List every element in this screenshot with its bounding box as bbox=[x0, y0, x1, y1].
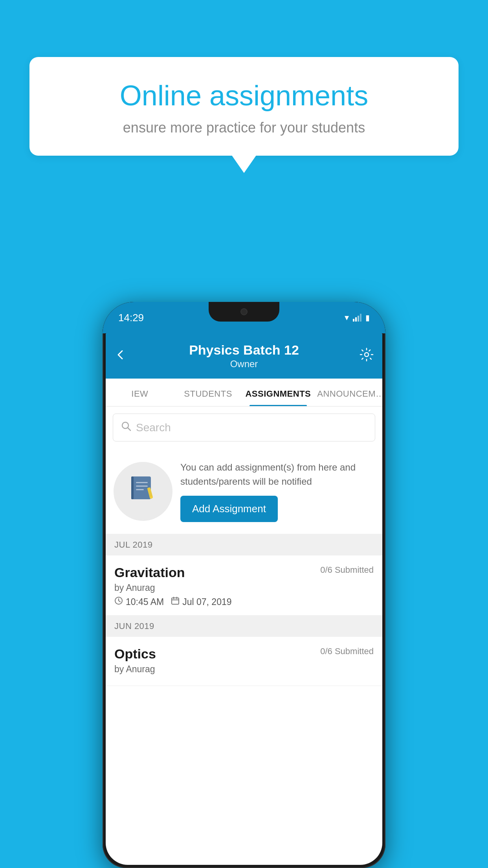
time-meta: 10:45 AM bbox=[114, 596, 164, 607]
speech-bubble-container: Online assignments ensure more practice … bbox=[29, 57, 459, 156]
header-title: Physics Batch 12 bbox=[189, 342, 299, 358]
phone-frame: 14:29 ▾ ▮ Physics Batch 12 Owner bbox=[103, 302, 385, 868]
header-center: Physics Batch 12 Owner bbox=[189, 342, 299, 370]
status-icons: ▾ ▮ bbox=[345, 313, 370, 323]
search-bar[interactable]: Search bbox=[113, 414, 375, 441]
section-header-jun: JUN 2019 bbox=[106, 616, 382, 637]
tab-overview[interactable]: IEW bbox=[106, 379, 174, 406]
assignment-top-row-optics: Optics 0/6 Submitted bbox=[114, 646, 374, 662]
calendar-icon bbox=[171, 596, 180, 607]
search-container: Search bbox=[106, 406, 382, 449]
app-header: Physics Batch 12 Owner bbox=[106, 333, 382, 379]
svg-point-0 bbox=[365, 353, 369, 357]
header-subtitle: Owner bbox=[189, 359, 299, 370]
status-time: 14:29 bbox=[118, 312, 144, 324]
submitted-badge: 0/6 Submitted bbox=[320, 565, 374, 575]
intro-description: You can add assignment(s) from here and … bbox=[180, 460, 374, 489]
assignment-item-gravitation[interactable]: Gravitation 0/6 Submitted by Anurag 10:4… bbox=[106, 555, 382, 616]
assignment-meta: 10:45 AM Jul 07, 2019 bbox=[114, 596, 374, 607]
assignment-by: by Anurag bbox=[114, 583, 374, 593]
tab-students[interactable]: STUDENTS bbox=[174, 379, 242, 406]
svg-rect-4 bbox=[131, 476, 134, 499]
assignment-name-optics: Optics bbox=[114, 646, 156, 662]
submitted-badge-optics: 0/6 Submitted bbox=[320, 646, 374, 657]
notch bbox=[209, 302, 279, 322]
notebook-icon bbox=[127, 473, 159, 510]
assignment-time: 10:45 AM bbox=[126, 597, 164, 607]
svg-rect-6 bbox=[136, 485, 148, 487]
intro-card: You can add assignment(s) from here and … bbox=[106, 449, 382, 534]
search-icon bbox=[121, 421, 131, 434]
assignment-date: Jul 07, 2019 bbox=[182, 597, 231, 607]
search-placeholder: Search bbox=[136, 421, 171, 434]
back-button[interactable] bbox=[114, 348, 126, 364]
assignment-top-row: Gravitation 0/6 Submitted bbox=[114, 565, 374, 580]
section-header-jul: JUL 2019 bbox=[106, 534, 382, 555]
front-camera bbox=[240, 308, 248, 315]
intro-right: You can add assignment(s) from here and … bbox=[180, 460, 374, 522]
battery-icon: ▮ bbox=[365, 313, 370, 322]
signal-icon bbox=[353, 314, 361, 322]
tab-announcements[interactable]: ANNOUNCEM… bbox=[314, 379, 382, 406]
settings-button[interactable] bbox=[360, 348, 374, 365]
assignment-by-optics: by Anurag bbox=[114, 664, 374, 675]
speech-bubble: Online assignments ensure more practice … bbox=[29, 57, 459, 156]
assignment-item-optics[interactable]: Optics 0/6 Submitted by Anurag bbox=[106, 637, 382, 686]
assignment-name: Gravitation bbox=[114, 565, 185, 580]
add-assignment-button[interactable]: Add Assignment bbox=[180, 496, 278, 522]
svg-rect-5 bbox=[136, 482, 148, 483]
bubble-subtitle: ensure more practice for your students bbox=[53, 120, 435, 136]
svg-rect-7 bbox=[136, 489, 144, 490]
svg-rect-13 bbox=[172, 598, 179, 604]
phone-screen: Physics Batch 12 Owner IEW STUDENTS ASSI… bbox=[106, 333, 382, 865]
bubble-title: Online assignments bbox=[53, 79, 435, 112]
clock-icon bbox=[114, 596, 123, 607]
svg-line-2 bbox=[128, 428, 130, 430]
assignment-icon-circle bbox=[114, 462, 172, 521]
tab-assignments[interactable]: ASSIGNMENTS bbox=[242, 379, 314, 406]
svg-line-12 bbox=[119, 601, 120, 602]
date-meta: Jul 07, 2019 bbox=[171, 596, 231, 607]
tab-bar: IEW STUDENTS ASSIGNMENTS ANNOUNCEM… bbox=[106, 379, 382, 406]
wifi-icon: ▾ bbox=[345, 313, 349, 323]
